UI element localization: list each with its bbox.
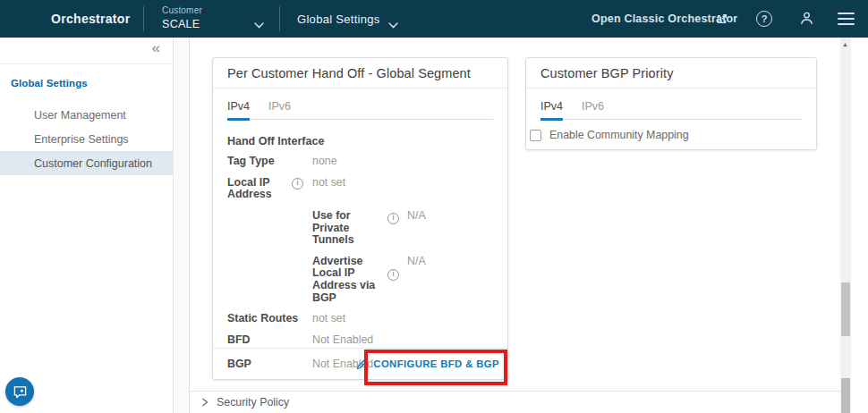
tab-ipv6[interactable]: IPv6	[582, 100, 604, 121]
pencil-icon	[356, 358, 368, 370]
bgp-tab-bar: IPv4 IPv6	[540, 100, 802, 120]
customer-bgp-priority-card: Customer BGP Priority IPv4 IPv6 Enable C…	[525, 57, 817, 150]
customer-selector[interactable]: Customer SCALE	[162, 5, 202, 30]
checkbox-label: Enable Community Mapping	[549, 129, 689, 141]
info-icon[interactable]: i	[387, 213, 399, 224]
field-label: Static Routes	[227, 313, 312, 325]
field-label: Tag Type	[227, 156, 283, 168]
sidebar: « Global Settings User Management Enterp…	[0, 38, 174, 413]
card-title: Per Customer Hand Off - Global Segment	[213, 58, 507, 88]
per-customer-hand-off-card: Per Customer Hand Off - Global Segment I…	[212, 57, 508, 380]
hand-off-interface-label: Hand Off Interface	[227, 135, 493, 148]
field-row-use-for-private-tunnels: Use for Private Tunnels i N/A	[213, 210, 507, 247]
handoff-tab-bar: IPv4 IPv6	[227, 100, 493, 120]
field-label: BFD	[227, 334, 312, 347]
info-icon[interactable]: i	[292, 178, 303, 190]
user-account-icon[interactable]	[799, 11, 814, 30]
tab-ipv4[interactable]: IPv4	[540, 100, 563, 121]
field-label: Use for Private Tunnels	[312, 210, 387, 247]
chevron-right-icon	[201, 398, 208, 407]
configure-bfd-bgp-button[interactable]: CONFIGURE BFD & BGP	[356, 358, 499, 370]
sidebar-item-label: Enterprise Settings	[34, 133, 129, 146]
sidebar-item-label: Customer Configuration	[34, 157, 152, 170]
field-value: none	[312, 156, 493, 168]
help-icon[interactable]: ?	[756, 11, 772, 27]
external-link-icon	[716, 13, 728, 29]
hamburger-bar	[838, 13, 855, 14]
chevron-down-icon	[388, 16, 398, 32]
configure-bfd-bgp-label: CONFIGURE BFD & BGP	[373, 358, 499, 369]
sidebar-item-user-management[interactable]: User Management	[0, 103, 173, 127]
field-value: N/A	[407, 210, 493, 223]
accordion-label: Security Policy	[217, 396, 289, 409]
field-label: Advertise Local IP Address via BGP	[312, 256, 387, 305]
scrollbar-up-arrow-icon[interactable]: ▲	[842, 41, 848, 47]
sidebar-item-label: User Management	[34, 109, 126, 122]
field-value: Not Enabled	[312, 334, 493, 347]
tab-ipv4[interactable]: IPv4	[227, 100, 250, 121]
customer-selector-value: SCALE	[162, 18, 202, 30]
info-spacer	[283, 156, 312, 156]
chat-bubble-icon	[13, 384, 28, 400]
collapse-sidebar-icon[interactable]: «	[152, 39, 160, 57]
top-navigation-bar: Orchestrator Customer SCALE Global Setti…	[0, 0, 868, 38]
header-divider	[279, 6, 280, 31]
customer-selector-label: Customer	[162, 5, 202, 15]
sidebar-gutter	[174, 38, 189, 413]
info-spacer: i	[387, 256, 407, 281]
sidebar-header: «	[0, 38, 173, 64]
enable-community-mapping-checkbox[interactable]	[530, 130, 541, 141]
sidebar-section-global-settings[interactable]: Global Settings	[11, 78, 173, 89]
scrollbar-thumb[interactable]	[841, 282, 850, 336]
hamburger-menu-icon[interactable]	[838, 13, 855, 25]
card-title: Customer BGP Priority	[526, 58, 816, 88]
sidebar-nav: User Management Enterprise Settings Cust…	[0, 103, 173, 175]
enable-community-mapping-row: Enable Community Mapping	[530, 129, 802, 141]
scrollbar-thumb[interactable]	[841, 378, 850, 413]
nav-menu-global-settings[interactable]: Global Settings	[297, 0, 380, 38]
field-row-bfd: BFD Not Enabled	[213, 334, 507, 347]
field-row-local-ip-address: Local IP Address i not set	[213, 177, 507, 201]
field-row-static-routes: Static Routes not set	[213, 313, 507, 325]
content-left-border	[189, 38, 190, 413]
card-footer: CONFIGURE BFD & BGP	[213, 348, 507, 379]
field-value: not set	[312, 177, 493, 190]
scrollbar-track[interactable]	[840, 38, 851, 413]
feedback-chat-button[interactable]	[5, 377, 34, 406]
security-policy-accordion[interactable]: Security Policy	[190, 391, 840, 413]
sidebar-item-enterprise-settings[interactable]: Enterprise Settings	[0, 127, 173, 151]
field-value: not set	[312, 313, 493, 325]
chevron-down-icon	[254, 16, 264, 32]
field-label: Local IP Address	[227, 177, 283, 201]
header-divider	[143, 6, 144, 31]
info-icon[interactable]: i	[387, 269, 399, 281]
hamburger-bar	[838, 18, 855, 20]
info-spacer: i	[387, 210, 407, 224]
sidebar-item-customer-configuration[interactable]: Customer Configuration	[0, 151, 173, 175]
app-title: Orchestrator	[51, 0, 130, 38]
tab-ipv6[interactable]: IPv6	[268, 100, 291, 121]
info-spacer: i	[283, 177, 312, 190]
hamburger-bar	[838, 23, 855, 25]
handoff-fields: Tag Type none Local IP Address i not set…	[213, 156, 507, 370]
field-value: N/A	[407, 256, 493, 268]
field-row-advertise-local-ip: Advertise Local IP Address via BGP i N/A	[213, 256, 507, 305]
field-row-tag-type: Tag Type none	[213, 156, 507, 168]
